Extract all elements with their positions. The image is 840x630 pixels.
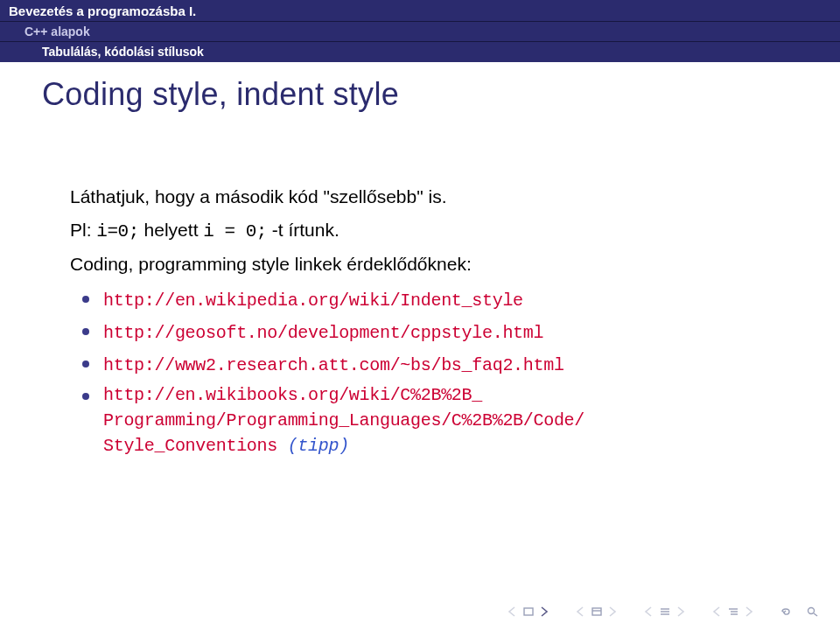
svg-rect-1 [592,608,601,615]
nav-frame-icon[interactable] [590,606,604,618]
nav-back-icon[interactable] [779,606,798,618]
slide-title: Coding style, indent style [0,62,840,148]
nav-prev-subsection-icon[interactable] [710,606,724,618]
text: Pl: [70,220,96,240]
text: -t írtunk. [267,220,340,240]
link-wikibooks-cpp-style[interactable]: http://en.wikibooks.org/wiki/C%2B%2B_ Pr… [103,382,788,458]
list-item: http://en.wikibooks.org/wiki/C%2B%2B_ Pr… [103,382,788,458]
link-wikipedia-indent[interactable]: http://en.wikipedia.org/wiki/Indent_styl… [103,290,523,311]
body-line-1: Láthatjuk, hogy a második kód "szellőseb… [70,183,788,211]
nav-section-group [642,606,688,618]
slide-header: Bevezetés a programozásba I. C++ alapok … [0,0,840,62]
nav-subsection-group [710,606,756,618]
svg-point-9 [808,608,815,614]
beamer-nav-bar [506,606,824,618]
link-list: http://en.wikipedia.org/wiki/Indent_styl… [70,285,788,458]
nav-prev-frame-icon[interactable] [574,606,588,618]
list-item: http://geosoft.no/development/cppstyle.h… [103,318,788,346]
list-item: http://en.wikipedia.org/wiki/Indent_styl… [103,285,788,314]
nav-next-section-icon[interactable] [674,606,688,618]
link-line: http://en.wikibooks.org/wiki/C%2B%2B_ [103,385,482,405]
link-line: Style_Conventions [103,436,277,456]
nav-section-icon[interactable] [658,606,672,618]
link-geosoft-cppstyle[interactable]: http://geosoft.no/development/cppstyle.h… [103,323,543,343]
nav-search-icon[interactable] [805,606,824,618]
inline-code: i = 0; [203,221,267,242]
nav-next-subsection-icon[interactable] [742,606,756,618]
nav-next-slide-icon[interactable] [537,606,551,618]
slide-body: Láthatjuk, hogy a második kód "szellőseb… [0,148,840,458]
breadcrumb-level-2: C++ alapok [0,22,840,42]
nav-slide-icon[interactable] [522,606,536,618]
breadcrumb-level-3: Tabulálás, kódolási stílusok [0,42,840,62]
svg-line-10 [814,613,817,616]
nav-slide-group [506,606,551,618]
list-item: http://www2.research.att.com/~bs/bs_faq2… [103,350,788,379]
link-annotation: (tipp) [277,436,349,456]
nav-next-frame-icon[interactable] [606,606,620,618]
link-att-bs-faq[interactable]: http://www2.research.att.com/~bs/bs_faq2… [103,355,564,375]
nav-prev-section-icon[interactable] [642,606,656,618]
inline-code: i=0; [96,221,138,242]
body-line-3: Coding, programming style linkek érdeklő… [70,250,788,278]
text: helyett [139,220,204,240]
nav-prev-slide-icon[interactable] [506,606,520,618]
body-line-2: Pl: i=0; helyett i = 0; -t írtunk. [70,216,788,246]
link-line: Programming/Programming_Languages/C%2B%2… [103,410,584,430]
nav-subsection-icon[interactable] [726,606,740,618]
breadcrumb-level-1: Bevezetés a programozásba I. [0,0,840,22]
svg-rect-0 [524,608,533,615]
nav-frame-group [574,606,620,618]
